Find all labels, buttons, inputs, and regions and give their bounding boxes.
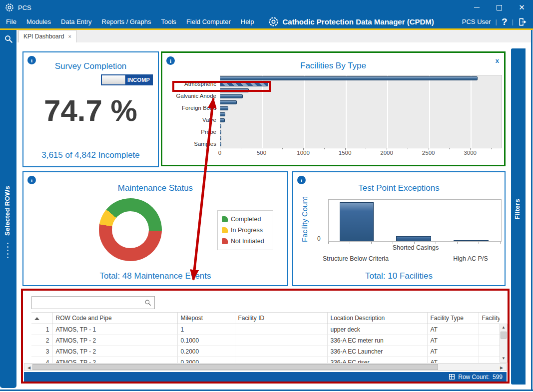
facility-bar-Valve[interactable] <box>220 118 225 122</box>
column-header-location-description[interactable]: Location Description <box>327 313 427 324</box>
column-header-milepost[interactable]: Milepost <box>177 313 235 324</box>
tab-close-icon[interactable]: × <box>68 33 71 39</box>
survey-completion-panel: i Survey Completion INCOMP 74.7 % 3,615 … <box>22 51 159 167</box>
menu-modules[interactable]: Modules <box>21 15 56 28</box>
vertical-scroll-thumb[interactable] <box>501 332 507 339</box>
row-count-label: Row Count: <box>458 374 490 381</box>
column-header-row-code-and-pipe[interactable]: ROW Code and Pipe <box>52 313 177 324</box>
table-cell <box>479 324 500 335</box>
minimize-button[interactable] <box>466 0 488 15</box>
x-axis-tick <box>457 242 458 244</box>
facility-bar-rank-11[interactable] <box>220 136 221 140</box>
close-button[interactable]: ✕ <box>511 0 533 15</box>
x-axis-tick <box>429 148 429 150</box>
facility-bar-rank-7[interactable] <box>220 112 225 116</box>
x-axis-tick <box>436 242 436 244</box>
search-icon[interactable] <box>144 299 151 306</box>
table-cell <box>235 357 327 364</box>
legend-swatch <box>222 227 228 233</box>
gridline <box>346 75 347 148</box>
incomplete-toggle[interactable]: INCOMP <box>101 74 153 85</box>
x-axis-tick <box>220 148 220 150</box>
testpoint-bar-chart[interactable] <box>328 199 502 242</box>
category-label: Probe <box>162 129 216 135</box>
facility-bar-Galvanic Anode[interactable] <box>220 94 243 98</box>
exception-bar-structure-below-criteria[interactable] <box>340 202 374 241</box>
scroll-right-icon[interactable]: ▶ <box>498 365 505 372</box>
category-label: Structure Below Criteria <box>313 255 398 262</box>
column-header-facility-type[interactable]: Facility Type <box>427 313 479 324</box>
x-axis-tick <box>366 148 366 149</box>
row-number-header[interactable] <box>31 313 52 324</box>
app-logo-icon <box>5 3 14 12</box>
vertical-scrollbar[interactable]: ▲ ▼ <box>500 324 508 363</box>
table-row[interactable]: 1ATMOS, TP - 11upper deckAT <box>31 324 500 335</box>
legend-item-completed: Completed <box>222 216 269 223</box>
tab-kpi-dashboard[interactable]: KPI Dashboard × <box>18 30 76 42</box>
gridline <box>429 75 430 148</box>
menu-tools[interactable]: Tools <box>156 15 181 28</box>
facility-bar-Probe[interactable] <box>220 130 221 134</box>
donut-hole <box>112 211 149 248</box>
help-button[interactable]: ? <box>502 16 508 27</box>
menu-field-computer[interactable]: Field Computer <box>181 15 236 28</box>
facilities-title: Facilities By Type <box>162 61 504 71</box>
menu-file[interactable]: File <box>1 15 21 28</box>
table-row[interactable]: 4ATMOS, TP - 20.3000336-A EC riserAT <box>31 357 500 364</box>
user-label[interactable]: PCS User <box>462 18 491 25</box>
scroll-left-icon[interactable]: ◀ <box>25 365 32 372</box>
toggle-on-half: INCOMP <box>125 75 152 84</box>
selected-rows-flyout[interactable]: Selected ROWs <box>3 186 11 236</box>
table-cell: 336-A EC riser <box>327 357 427 364</box>
menu-reports-graphs[interactable]: Reports / Graphs <box>97 15 156 28</box>
facility-bar-Foreign Bond[interactable] <box>220 106 228 110</box>
table-search-box[interactable] <box>31 296 155 309</box>
rail-drag-handle <box>7 243 8 258</box>
scroll-down-icon[interactable]: ▼ <box>500 355 507 362</box>
x-axis-tick <box>324 148 325 149</box>
exception-bar-high-ac-p-s[interactable] <box>454 240 489 241</box>
tab-strip <box>16 30 531 42</box>
table-cell: 0.3000 <box>177 357 235 364</box>
facilities-by-type-panel: i x Facilities By Type 05001000150020002… <box>161 51 506 166</box>
menu-help[interactable]: Help <box>236 15 259 28</box>
facility-bar-Samples[interactable] <box>220 142 221 146</box>
table-row[interactable]: 2ATMOS, TP - 20.1000336-A EC meter runAT <box>31 335 500 346</box>
table-cell: 0.1000 <box>177 335 235 346</box>
x-axis-tick <box>470 148 471 150</box>
x-axis-tick <box>414 242 415 244</box>
facility-bar-rank-1[interactable] <box>220 76 478 80</box>
table-status-bar: Row Count: 599 <box>24 372 507 382</box>
x-axis-tick <box>500 242 501 244</box>
testpoint-title: Test Point Exceptions <box>293 183 505 193</box>
survey-title: Survey Completion <box>23 61 158 71</box>
table-cell: AT <box>427 357 479 364</box>
facility-bar-rank-9[interactable] <box>220 124 221 128</box>
scroll-up-icon[interactable]: ▲ <box>500 324 507 331</box>
filters-flyout[interactable]: Filters <box>514 199 521 219</box>
horizontal-scrollbar[interactable]: ◀ ▶ <box>24 363 507 371</box>
x-axis-tick <box>345 148 346 150</box>
x-axis-tick <box>449 148 450 149</box>
rail-search-button[interactable] <box>0 30 16 48</box>
x-axis-tick-label: 1000 <box>293 150 313 156</box>
logout-icon[interactable] <box>518 17 528 27</box>
table-cell: ATMOS, TP - 1 <box>52 324 177 335</box>
window-border <box>531 30 533 391</box>
window-title: PCS <box>18 4 31 11</box>
x-axis-tick <box>350 242 350 244</box>
facility-bar-rank-5[interactable] <box>220 100 237 104</box>
exception-bar-shorted-casings[interactable] <box>396 236 431 241</box>
table-cell: AT <box>427 335 479 346</box>
column-header-facility[interactable]: Facility <box>479 313 500 324</box>
table-row[interactable]: 3ATMOS, TP - 20.2000336-A EC LauncherAT <box>31 346 500 357</box>
table-search-input[interactable] <box>34 298 141 308</box>
column-header-facility-id[interactable]: Facility ID <box>235 313 327 324</box>
x-axis-tick <box>387 148 387 150</box>
x-axis-tick <box>282 148 283 149</box>
legend-label: Completed <box>231 216 261 223</box>
menu-data-entry[interactable]: Data Entry <box>56 15 96 28</box>
horizontal-scroll-thumb[interactable] <box>32 364 438 370</box>
table-cell <box>235 346 327 357</box>
maximize-button[interactable] <box>488 0 511 15</box>
